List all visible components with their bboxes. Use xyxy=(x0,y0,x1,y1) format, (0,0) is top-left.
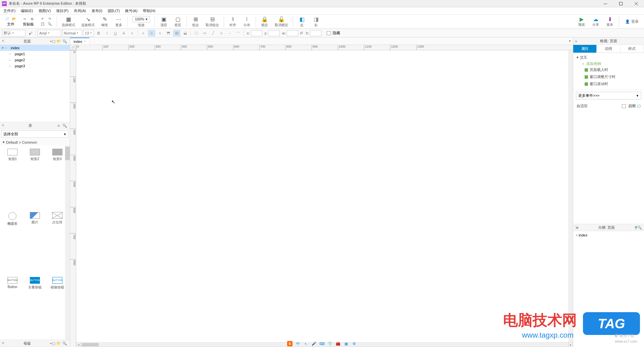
login-button[interactable]: 👤 登录 xyxy=(622,19,642,24)
close-button[interactable] xyxy=(629,0,644,7)
event-page-load[interactable]: 页面载入时 xyxy=(585,66,641,73)
font-weight-combo[interactable]: Normal ▾ xyxy=(62,30,82,37)
menu-account[interactable]: 账号(A) xyxy=(122,7,140,14)
page-child[interactable]: ▫ page3 xyxy=(0,63,70,69)
search-outline-button[interactable]: 🔍 xyxy=(637,225,642,230)
select-mode-button[interactable]: ▦ 选择模式 xyxy=(59,15,78,28)
align-left-button[interactable]: ≡ xyxy=(140,30,147,37)
arrow-style-button[interactable]: → xyxy=(226,30,233,37)
collapse-icon[interactable]: ⇱ xyxy=(2,124,5,127)
fill-color-button[interactable]: ▢ xyxy=(193,30,200,37)
library-scrollbar[interactable] xyxy=(65,145,70,340)
menu-view[interactable]: 视图(V) xyxy=(36,7,54,14)
widget-rectangle3[interactable]: 矩形3 xyxy=(47,147,68,209)
widget-rectangle1[interactable]: 矩形1 xyxy=(2,147,23,209)
scroll-right-icon[interactable]: ▸ xyxy=(568,342,573,347)
minimize-button[interactable] xyxy=(598,0,613,7)
expand-icon[interactable]: ▾ xyxy=(2,46,5,50)
menu-team[interactable]: 团队(T) xyxy=(105,7,122,14)
menu-edit[interactable]: 编辑(E) xyxy=(18,7,36,14)
library-category[interactable]: ▾ Default > Common xyxy=(0,139,70,145)
vertical-scrollbar[interactable] xyxy=(568,50,573,342)
find-icon[interactable]: 🔍 xyxy=(47,22,53,26)
event-window-resize[interactable]: 窗口调整尺寸时 xyxy=(585,73,641,80)
ime-skin-icon[interactable]: 👕 xyxy=(327,341,333,346)
search-master-button[interactable]: 🔍 xyxy=(62,340,68,346)
tab-notes[interactable]: 说明 xyxy=(597,45,620,53)
connect-mode-button[interactable]: ↘ 连接模式 xyxy=(78,15,97,28)
widget-link-button[interactable]: BUTTON链接按钮 xyxy=(47,276,68,338)
font-family-combo[interactable]: Arial ▾ xyxy=(38,30,61,37)
valign-bottom-button[interactable]: ⬓ xyxy=(181,30,189,37)
ime-punct-icon[interactable]: •, xyxy=(303,341,309,346)
search-library-button[interactable]: 🔍 xyxy=(62,123,68,129)
add-case-button[interactable]: ＋ 添加用例 xyxy=(581,61,641,66)
ime-lang-icon[interactable]: 中 xyxy=(295,341,301,346)
expand-icon[interactable]: ▾ xyxy=(577,55,579,60)
w-input[interactable] xyxy=(287,30,298,36)
unlock-button[interactable]: 🔓 取消锁定 xyxy=(272,15,291,28)
enable-adaptive-checkbox[interactable] xyxy=(622,104,626,108)
lock-aspect-icon[interactable]: ⇄ xyxy=(300,31,303,35)
align-right-button[interactable]: ≡ xyxy=(156,30,164,37)
event-window-scroll[interactable]: 窗口滚动时 xyxy=(585,80,641,87)
adaptive-settings-icon[interactable]: 🖵 xyxy=(637,104,641,108)
font-color-button[interactable]: A xyxy=(120,30,127,37)
widget-placeholder[interactable]: 占位符 xyxy=(47,211,68,274)
scroll-thumb[interactable] xyxy=(82,343,99,346)
send-back-button[interactable]: ▢ 底层 xyxy=(171,15,184,28)
new-file-icon[interactable]: 📄 xyxy=(4,17,10,21)
more-button[interactable]: ⋯ 更多 xyxy=(112,15,125,28)
dock-left-button[interactable]: ◧ 左 xyxy=(295,15,309,28)
publish-button[interactable]: ⬇ 发布 xyxy=(603,16,616,27)
add-master-folder-button[interactable]: 📁 xyxy=(56,340,62,346)
maximize-button[interactable] xyxy=(613,0,629,7)
menu-publish[interactable]: 发布(I) xyxy=(89,7,105,14)
widget-button[interactable]: BUTTONButton xyxy=(2,276,23,338)
collapse-icon[interactable]: ⇱ xyxy=(2,342,5,345)
y-input[interactable] xyxy=(268,30,280,36)
canvas[interactable]: ↖ xyxy=(76,50,573,342)
menu-file[interactable]: 文件(F) xyxy=(1,7,18,14)
x-input[interactable] xyxy=(251,30,262,36)
align-button[interactable]: ⫴ 对齐 xyxy=(226,15,239,28)
page-root[interactable]: ▾ ▫ index xyxy=(0,45,70,51)
ime-mic-icon[interactable]: 🎤 xyxy=(311,341,317,346)
undo-icon[interactable]: ↶ xyxy=(40,17,46,21)
page-child[interactable]: ▫ page1 xyxy=(0,51,70,57)
bullet-button[interactable]: ≡ xyxy=(128,30,136,37)
widget-image[interactable]: 图片 xyxy=(24,211,46,274)
sogou-ime-icon[interactable]: S xyxy=(287,341,292,346)
vertical-ruler[interactable]: 0100200300400500600700800 xyxy=(70,50,76,347)
horizontal-ruler[interactable]: 0100200300400500600700800900100011001200… xyxy=(76,45,573,50)
italic-button[interactable]: I xyxy=(103,30,111,37)
library-selector[interactable]: 选择全部 ▼ xyxy=(1,130,69,138)
scroll-left-icon[interactable]: ◂ xyxy=(76,342,81,347)
ime-toolbox-icon[interactable]: 🧰 xyxy=(335,341,341,346)
line-width-button[interactable]: ≡ xyxy=(218,30,225,37)
redo-icon[interactable]: ↷ xyxy=(47,17,53,21)
style-combo[interactable]: 默认 ▾ xyxy=(2,30,25,37)
valign-middle-button[interactable]: ▤ xyxy=(173,30,180,37)
bring-front-button[interactable]: ▣ 顶层 xyxy=(157,15,170,28)
paste-icon[interactable]: 📋 xyxy=(40,22,46,26)
ungroup-button[interactable]: ⊟ 取消组合 xyxy=(203,15,222,28)
share-button[interactable]: ☁ 分享 xyxy=(589,16,602,27)
add-master-button[interactable]: +▢ xyxy=(50,340,56,346)
font-size-combo[interactable]: 13 ▾ xyxy=(83,30,94,37)
widget-primary-button[interactable]: BUTTON主要按钮 xyxy=(24,276,46,338)
cut-icon[interactable]: ✂ xyxy=(22,17,28,21)
ime-settings-icon[interactable]: ⚙ xyxy=(352,341,357,346)
underline-button[interactable]: U xyxy=(112,30,119,37)
menu-project[interactable]: 项目(P) xyxy=(53,7,71,14)
dock-right-button[interactable]: ◨ 右 xyxy=(309,15,323,28)
search-pages-button[interactable]: 🔍 xyxy=(62,38,68,44)
open-file-icon[interactable]: 📂 xyxy=(11,17,17,21)
collapse-icon[interactable]: ⇲ xyxy=(575,40,577,43)
pen-button[interactable]: ✎ 钢笔 xyxy=(98,15,111,28)
menu-layout[interactable]: 布局(A) xyxy=(71,7,89,14)
h-input[interactable] xyxy=(310,30,321,36)
filter-outline-button[interactable]: ⚲ xyxy=(635,225,637,230)
ime-grid-icon[interactable]: ▦ xyxy=(343,341,349,346)
add-folder-button[interactable]: 📁 xyxy=(56,38,62,44)
